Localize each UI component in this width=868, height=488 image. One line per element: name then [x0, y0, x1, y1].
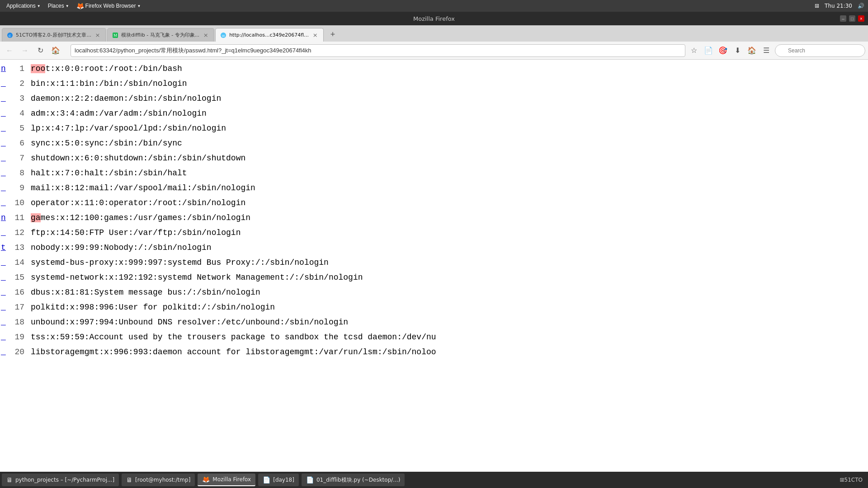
line-marker-8 [1, 166, 8, 181]
line-number-7: 7 [11, 151, 24, 166]
line-marker-5 [1, 121, 8, 136]
line-marker-4 [1, 106, 8, 121]
bookmark-star-button[interactable]: ☆ [687, 44, 701, 57]
line-number-20: 20 [11, 345, 24, 360]
taskbar: 🖥python_projects – [~/PycharmProj...]🖥[r… [0, 472, 868, 488]
search-input[interactable] [775, 44, 865, 57]
tab-1[interactable]: C 51CTO博客2.0-原创IT技术文章... × [2, 28, 106, 42]
nav-bar: ← → ↻ 🏠 ☆ 📄 🎯 ⬇ 🏠 ☰ 🔍 [0, 42, 868, 60]
taskbar-item-tb5[interactable]: 📄01_difflib模块.py (~Desktop/...) [302, 474, 405, 486]
code-line-7: shutdown:x:6:0:shutdown:/sbin:/sbin/shut… [31, 151, 864, 166]
taskbar-item-tb4[interactable]: 📄[day18] [258, 474, 299, 486]
taskbar-item-tb2[interactable]: 🖥[root@myhost:/tmp] [122, 474, 195, 486]
menu-button[interactable]: ☰ [760, 44, 773, 57]
code-line-11: games:x:12:100:games:/usr/games:/sbin/no… [31, 211, 864, 225]
line-marker-18 [1, 315, 8, 330]
line-marker-12 [1, 225, 8, 240]
refresh-button[interactable]: ↻ [33, 44, 47, 57]
tab-3[interactable]: W http://localhos...c349e20674fl4kh × [215, 28, 324, 42]
line-number-11: 11 [11, 211, 24, 225]
taskbar-icon-tb3: 🦊 [202, 476, 210, 483]
line-number-13: 13 [11, 240, 24, 255]
pocket-button[interactable]: 🎯 [716, 44, 730, 57]
places-menu[interactable]: Places ▼ [45, 2, 72, 10]
taskbar-label-tb3: Mozilla Firefox [212, 476, 251, 483]
line-number-9: 9 [11, 181, 24, 196]
clock: Thu 21:30 [825, 3, 852, 9]
line-marker-19 [1, 330, 8, 345]
tab-1-icon: C [7, 32, 13, 38]
close-button[interactable]: × [858, 15, 864, 22]
taskbar-label-tb4: [day18] [273, 477, 294, 483]
taskbar-item-tb3[interactable]: 🦊Mozilla Firefox [198, 474, 255, 486]
line-number-2: 2 [11, 76, 24, 91]
svg-text:W: W [222, 34, 225, 37]
line-marker-15 [1, 270, 8, 285]
code-line-8: halt:x:7:0:halt:/sbin:/sbin/halt [31, 166, 864, 181]
system-bar-right: ⊞ Thu 21:30 🔊 [815, 3, 864, 9]
content-area: n n t 1234567891011121314151617181920roo… [0, 60, 868, 472]
code-line-15: systemd-network:x:192:192:systemd Networ… [31, 270, 864, 285]
minimize-button[interactable]: – [840, 15, 846, 22]
code-line-9: mail:x:8:12:mail:/var/spool/mail:/sbin/n… [31, 181, 864, 196]
sound-icon: 🔊 [858, 3, 864, 9]
window-controls: – □ × [840, 15, 864, 22]
home-nav-button[interactable]: 🏠 [745, 44, 759, 57]
taskbar-item-tb1[interactable]: 🖥python_projects – [~/PycharmProj...] [2, 474, 119, 486]
tab-3-icon: W [220, 32, 226, 38]
code-line-13: nobody:x:99:99:Nobody:/:/sbin/nologin [31, 240, 864, 255]
tab-3-close[interactable]: × [311, 32, 319, 38]
new-tab-button[interactable]: + [326, 28, 339, 41]
taskbar-icon-tb2: 🖥 [126, 476, 132, 483]
line-marker-9 [1, 181, 8, 196]
taskbar-icon-tb4: 📄 [263, 476, 270, 483]
line-number-5: 5 [11, 121, 24, 136]
tabs-bar: C 51CTO博客2.0-原创IT技术文章... × M 模块difflib -… [0, 25, 868, 42]
address-bar[interactable] [71, 44, 685, 57]
tab-3-label: http://localhos...c349e20674fl4kh [229, 32, 309, 38]
browser-menu[interactable]: 🦊 Firefox Web Browser ▼ [74, 1, 144, 10]
system-bar-left: Applications ▼ Places ▼ 🦊 Firefox Web Br… [4, 1, 143, 10]
taskbar-label-tb2: [root@myhost:/tmp] [135, 477, 190, 483]
browser-arrow: ▼ [137, 4, 141, 8]
tab-1-close[interactable]: × [94, 32, 101, 38]
line-number-16: 16 [11, 285, 24, 300]
line-numbers: 1234567891011121314151617181920 [9, 60, 27, 472]
line-number-3: 3 [11, 91, 24, 106]
forward-button[interactable]: → [18, 44, 32, 57]
home-button[interactable]: 🏠 [49, 44, 62, 57]
download-button[interactable]: ⬇ [731, 44, 744, 57]
line-marker-6 [1, 136, 8, 151]
line-marker-2 [1, 76, 8, 91]
nav-icons: ☆ 📄 🎯 ⬇ 🏠 ☰ [687, 44, 773, 57]
tab-2-close[interactable]: × [202, 32, 209, 38]
tab-2[interactable]: M 模块difflib - 马克飞象 - 专为印象... × [107, 28, 214, 42]
code-line-3: daemon:x:2:2:daemon:/sbin:/sbin/nologin [31, 91, 864, 106]
reader-view-button[interactable]: 📄 [702, 44, 715, 57]
line-marker-20 [1, 345, 8, 360]
network-icon: ⊞ [815, 3, 819, 9]
line-marker-1: n [1, 61, 8, 76]
code-line-17: polkitd:x:998:996:User for polkitd:/:/sb… [31, 300, 864, 315]
back-button[interactable]: ← [3, 44, 16, 57]
maximize-button[interactable]: □ [849, 15, 855, 22]
line-number-8: 8 [11, 166, 24, 181]
line-number-12: 12 [11, 225, 24, 240]
line-marker-3 [1, 91, 8, 106]
code-line-12: ftp:x:14:50:FTP User:/var/ftp:/sbin/nolo… [31, 225, 864, 240]
code-line-18: unbound:x:997:994:Unbound DNS resolver:/… [31, 315, 864, 330]
taskbar-label-tb5: 01_difflib模块.py (~Desktop/...) [316, 476, 401, 484]
code-line-20: libstoragemgmt:x:996:993:daemon account … [31, 345, 864, 360]
applications-menu[interactable]: Applications ▼ [4, 2, 43, 10]
code-line-6: sync:x:5:0:sync:/sbin:/bin/sync [31, 136, 864, 151]
line-number-19: 19 [11, 330, 24, 345]
browser-titlebar: Mozilla Firefox – □ × [0, 12, 868, 25]
line-number-18: 18 [11, 315, 24, 330]
code-line-14: systemd-bus-proxy:x:999:997:systemd Bus … [31, 255, 864, 270]
browser-title: Mozilla Firefox [413, 15, 455, 22]
applications-arrow: ▼ [37, 4, 41, 8]
line-number-15: 15 [11, 270, 24, 285]
places-arrow: ▼ [66, 4, 69, 8]
line-marker-10 [1, 196, 8, 211]
taskbar-label-tb1: python_projects – [~/PycharmProj...] [15, 477, 114, 483]
